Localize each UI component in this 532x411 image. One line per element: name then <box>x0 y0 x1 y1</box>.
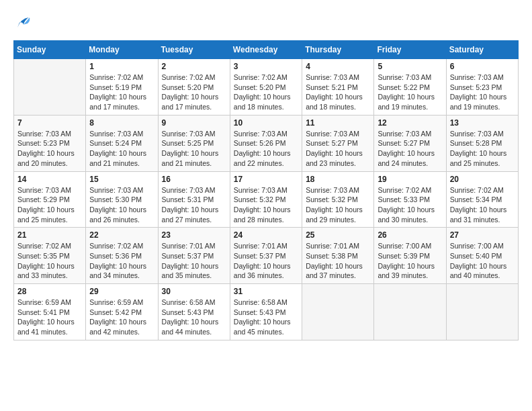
calendar-cell: 19Sunrise: 7:02 AM Sunset: 5:33 PM Dayli… <box>374 171 446 228</box>
calendar-week: 7Sunrise: 7:03 AM Sunset: 5:23 PM Daylig… <box>14 115 519 171</box>
day-info: Sunrise: 7:03 AM Sunset: 5:28 PM Dayligh… <box>450 129 515 169</box>
day-header: Monday <box>86 41 158 59</box>
calendar-cell: 2Sunrise: 7:02 AM Sunset: 5:20 PM Daylig… <box>158 59 230 116</box>
calendar-header: SundayMondayTuesdayWednesdayThursdayFrid… <box>14 41 519 59</box>
day-number: 6 <box>450 62 515 71</box>
calendar-cell: 15Sunrise: 7:03 AM Sunset: 5:30 PM Dayli… <box>86 171 158 228</box>
day-info: Sunrise: 6:59 AM Sunset: 5:42 PM Dayligh… <box>89 298 154 337</box>
day-number: 30 <box>162 287 226 296</box>
calendar-cell: 10Sunrise: 7:03 AM Sunset: 5:26 PM Dayli… <box>230 115 302 171</box>
calendar-cell: 30Sunrise: 6:58 AM Sunset: 5:43 PM Dayli… <box>158 284 230 340</box>
day-number: 7 <box>17 118 82 128</box>
day-info: Sunrise: 7:03 AM Sunset: 5:30 PM Dayligh… <box>89 185 154 225</box>
calendar-cell: 13Sunrise: 7:03 AM Sunset: 5:28 PM Dayli… <box>446 115 518 171</box>
day-number: 20 <box>450 175 515 184</box>
calendar-cell: 24Sunrise: 7:01 AM Sunset: 5:37 PM Dayli… <box>230 228 302 284</box>
day-info: Sunrise: 7:03 AM Sunset: 5:26 PM Dayligh… <box>234 129 298 169</box>
calendar-cell <box>302 284 374 340</box>
day-number: 29 <box>89 287 154 296</box>
day-header: Tuesday <box>158 41 230 59</box>
day-number: 10 <box>234 118 298 128</box>
calendar-cell: 12Sunrise: 7:03 AM Sunset: 5:27 PM Dayli… <box>374 115 446 171</box>
calendar-week: 28Sunrise: 6:59 AM Sunset: 5:41 PM Dayli… <box>14 284 519 340</box>
calendar-cell: 31Sunrise: 6:58 AM Sunset: 5:43 PM Dayli… <box>230 284 302 340</box>
day-header: Friday <box>374 41 446 59</box>
day-number: 31 <box>234 287 298 296</box>
day-number: 11 <box>306 118 370 128</box>
day-info: Sunrise: 7:03 AM Sunset: 5:23 PM Dayligh… <box>17 129 82 169</box>
calendar-week: 21Sunrise: 7:02 AM Sunset: 5:35 PM Dayli… <box>14 228 519 284</box>
day-info: Sunrise: 7:03 AM Sunset: 5:23 PM Dayligh… <box>450 73 515 112</box>
day-number: 2 <box>162 62 226 71</box>
calendar-table: SundayMondayTuesdayWednesdayThursdayFrid… <box>13 40 519 340</box>
calendar-cell: 26Sunrise: 7:00 AM Sunset: 5:39 PM Dayli… <box>374 228 446 284</box>
day-info: Sunrise: 7:02 AM Sunset: 5:20 PM Dayligh… <box>162 73 226 112</box>
calendar-cell: 18Sunrise: 7:03 AM Sunset: 5:32 PM Dayli… <box>302 171 374 228</box>
day-info: Sunrise: 7:03 AM Sunset: 5:32 PM Dayligh… <box>234 185 298 225</box>
calendar-cell: 25Sunrise: 7:01 AM Sunset: 5:38 PM Dayli… <box>302 228 374 284</box>
calendar-cell: 16Sunrise: 7:03 AM Sunset: 5:31 PM Dayli… <box>158 171 230 228</box>
day-number: 19 <box>378 175 442 184</box>
day-number: 27 <box>450 230 515 240</box>
day-number: 25 <box>306 230 370 240</box>
day-info: Sunrise: 7:03 AM Sunset: 5:27 PM Dayligh… <box>306 129 370 169</box>
day-info: Sunrise: 7:03 AM Sunset: 5:29 PM Dayligh… <box>17 185 82 225</box>
calendar-cell <box>374 284 446 340</box>
day-info: Sunrise: 7:02 AM Sunset: 5:20 PM Dayligh… <box>234 73 298 112</box>
day-info: Sunrise: 7:02 AM Sunset: 5:33 PM Dayligh… <box>378 185 442 225</box>
day-number: 21 <box>17 230 82 240</box>
day-number: 16 <box>162 175 226 184</box>
calendar-cell: 27Sunrise: 7:00 AM Sunset: 5:40 PM Dayli… <box>446 228 518 284</box>
calendar-cell <box>446 284 518 340</box>
day-info: Sunrise: 7:02 AM Sunset: 5:34 PM Dayligh… <box>450 185 515 225</box>
day-info: Sunrise: 7:03 AM Sunset: 5:21 PM Dayligh… <box>306 73 370 112</box>
day-info: Sunrise: 7:02 AM Sunset: 5:35 PM Dayligh… <box>17 241 82 281</box>
day-number: 14 <box>17 175 82 184</box>
page-header <box>13 13 519 34</box>
calendar-body: 1Sunrise: 7:02 AM Sunset: 5:19 PM Daylig… <box>14 59 519 340</box>
day-info: Sunrise: 7:01 AM Sunset: 5:37 PM Dayligh… <box>162 241 226 281</box>
calendar-cell: 1Sunrise: 7:02 AM Sunset: 5:19 PM Daylig… <box>86 59 158 116</box>
day-number: 28 <box>17 287 82 296</box>
day-number: 23 <box>162 230 226 240</box>
day-info: Sunrise: 7:01 AM Sunset: 5:38 PM Dayligh… <box>306 241 370 281</box>
day-info: Sunrise: 7:00 AM Sunset: 5:39 PM Dayligh… <box>378 241 442 281</box>
day-info: Sunrise: 7:03 AM Sunset: 5:32 PM Dayligh… <box>306 185 370 225</box>
day-info: Sunrise: 6:58 AM Sunset: 5:43 PM Dayligh… <box>162 298 226 337</box>
day-number: 26 <box>378 230 442 240</box>
calendar-cell: 28Sunrise: 6:59 AM Sunset: 5:41 PM Dayli… <box>14 284 86 340</box>
day-header: Wednesday <box>230 41 302 59</box>
day-info: Sunrise: 7:03 AM Sunset: 5:22 PM Dayligh… <box>378 73 442 112</box>
calendar-cell: 21Sunrise: 7:02 AM Sunset: 5:35 PM Dayli… <box>14 228 86 284</box>
calendar-cell: 14Sunrise: 7:03 AM Sunset: 5:29 PM Dayli… <box>14 171 86 228</box>
day-info: Sunrise: 6:59 AM Sunset: 5:41 PM Dayligh… <box>17 298 82 337</box>
calendar-cell: 9Sunrise: 7:03 AM Sunset: 5:25 PM Daylig… <box>158 115 230 171</box>
day-number: 8 <box>89 118 154 128</box>
calendar-cell: 4Sunrise: 7:03 AM Sunset: 5:21 PM Daylig… <box>302 59 374 116</box>
day-number: 17 <box>234 175 298 184</box>
day-number: 13 <box>450 118 515 128</box>
day-info: Sunrise: 7:01 AM Sunset: 5:37 PM Dayligh… <box>234 241 298 281</box>
calendar-cell: 3Sunrise: 7:02 AM Sunset: 5:20 PM Daylig… <box>230 59 302 116</box>
day-header: Sunday <box>14 41 86 59</box>
day-number: 4 <box>306 62 370 71</box>
day-number: 22 <box>89 230 154 240</box>
calendar-week: 1Sunrise: 7:02 AM Sunset: 5:19 PM Daylig… <box>14 59 519 116</box>
calendar-cell: 23Sunrise: 7:01 AM Sunset: 5:37 PM Dayli… <box>158 228 230 284</box>
day-number: 1 <box>89 62 154 71</box>
calendar-cell: 5Sunrise: 7:03 AM Sunset: 5:22 PM Daylig… <box>374 59 446 116</box>
day-number: 5 <box>378 62 442 71</box>
calendar-cell <box>14 59 86 116</box>
day-number: 9 <box>162 118 226 128</box>
calendar-week: 14Sunrise: 7:03 AM Sunset: 5:29 PM Dayli… <box>14 171 519 228</box>
calendar-cell: 7Sunrise: 7:03 AM Sunset: 5:23 PM Daylig… <box>14 115 86 171</box>
day-info: Sunrise: 7:03 AM Sunset: 5:31 PM Dayligh… <box>162 185 226 225</box>
calendar-cell: 22Sunrise: 7:02 AM Sunset: 5:36 PM Dayli… <box>86 228 158 284</box>
calendar-cell: 6Sunrise: 7:03 AM Sunset: 5:23 PM Daylig… <box>446 59 518 116</box>
logo-icon <box>13 13 34 34</box>
day-info: Sunrise: 7:03 AM Sunset: 5:24 PM Dayligh… <box>89 129 154 169</box>
day-info: Sunrise: 7:03 AM Sunset: 5:25 PM Dayligh… <box>162 129 226 169</box>
day-info: Sunrise: 7:02 AM Sunset: 5:19 PM Dayligh… <box>89 73 154 112</box>
calendar-cell: 11Sunrise: 7:03 AM Sunset: 5:27 PM Dayli… <box>302 115 374 171</box>
calendar-cell: 29Sunrise: 6:59 AM Sunset: 5:42 PM Dayli… <box>86 284 158 340</box>
